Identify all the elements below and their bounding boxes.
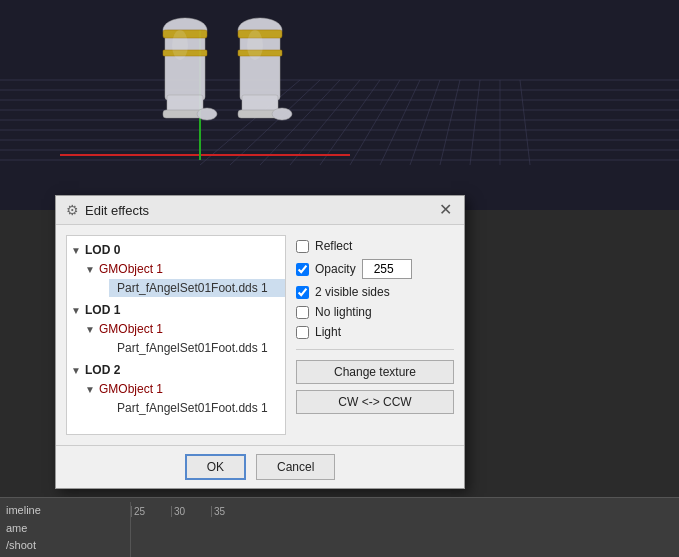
dds1-row[interactable]: Part_fAngelSet01Foot.dds 1 (109, 339, 285, 357)
svg-point-30 (197, 108, 217, 120)
expand-arrow: ▼ (71, 365, 81, 376)
dds0-item: Part_fAngelSet01Foot.dds 1 (81, 278, 285, 298)
expand-arrow: ▼ (71, 245, 81, 256)
dialog-titlebar: ⚙ Edit effects ✕ (56, 196, 464, 225)
ok-button[interactable]: OK (185, 454, 246, 480)
bottom-bar: imeline ame /shoot und 25 30 35 (0, 497, 679, 557)
shoot-label: /shoot (6, 537, 130, 555)
tree-panel[interactable]: ▼ LOD 0 ▼ GMObject 1 Part_fAngelSet01Foo… (66, 235, 286, 435)
svg-point-38 (272, 108, 292, 120)
lod0-label: LOD 0 (85, 243, 120, 257)
lod0-row[interactable]: ▼ LOD 0 (67, 241, 285, 259)
gm1-label: GMObject 1 (99, 322, 163, 336)
opacity-label: Opacity (315, 262, 356, 276)
gear-icon: ⚙ (66, 202, 79, 218)
reflect-checkbox[interactable] (296, 240, 309, 253)
cancel-button[interactable]: Cancel (256, 454, 335, 480)
lod1-gmobject: ▼ GMObject 1 Part_fAngelSet01Foot.dds 1 (67, 319, 285, 359)
expand-arrow: ▼ (85, 324, 95, 335)
ruler-numbers: 25 30 35 (131, 506, 251, 517)
edit-effects-dialog: ⚙ Edit effects ✕ ▼ LOD 0 ▼ GMObject 1 (55, 195, 465, 489)
change-texture-button[interactable]: Change texture (296, 360, 454, 384)
two-sides-checkbox[interactable] (296, 286, 309, 299)
cw-ccw-button[interactable]: CW <-> CCW (296, 390, 454, 414)
opacity-checkbox[interactable] (296, 263, 309, 276)
divider (296, 349, 454, 350)
list-item: ▼ LOD 0 ▼ GMObject 1 Part_fAngelSet01Foo… (67, 240, 285, 300)
viewport-3d (0, 0, 679, 210)
gm0-label: GMObject 1 (99, 262, 163, 276)
expand-arrow: ▼ (85, 264, 95, 275)
dds1-item: Part_fAngelSet01Foot.dds 1 (81, 338, 285, 358)
svg-point-31 (172, 30, 188, 60)
dds1-label: Part_fAngelSet01Foot.dds 1 (117, 341, 268, 355)
two-sides-row: 2 visible sides (296, 285, 454, 299)
light-checkbox[interactable] (296, 326, 309, 339)
no-lighting-label: No lighting (315, 305, 372, 319)
reflect-row: Reflect (296, 239, 454, 253)
ruler-tick-35: 35 (211, 506, 251, 517)
name-label: ame (6, 520, 130, 538)
expand-arrow: ▼ (85, 384, 95, 395)
list-item: ▼ LOD 2 ▼ GMObject 1 Part_fAngelSet01Foo… (67, 360, 285, 420)
lod1-row[interactable]: ▼ LOD 1 (67, 301, 285, 319)
lod0-gmobject: ▼ GMObject 1 Part_fAngelSet01Foot.dds 1 (67, 259, 285, 299)
close-button[interactable]: ✕ (437, 202, 454, 218)
timeline-label: imeline (6, 502, 130, 520)
light-label: Light (315, 325, 341, 339)
list-item: ▼ LOD 1 ▼ GMObject 1 Part_fAngelSet01Foo… (67, 300, 285, 360)
lod2-gmobject: ▼ GMObject 1 Part_fAngelSet01Foot.dds 1 (67, 379, 285, 419)
dialog-title: Edit effects (85, 203, 149, 218)
reflect-label: Reflect (315, 239, 352, 253)
dds2-row[interactable]: Part_fAngelSet01Foot.dds 1 (109, 399, 285, 417)
dds2-item: Part_fAngelSet01Foot.dds 1 (81, 398, 285, 418)
dialog-footer: OK Cancel (56, 445, 464, 488)
two-sides-label: 2 visible sides (315, 285, 390, 299)
gm2-row[interactable]: ▼ GMObject 1 (81, 380, 285, 398)
no-lighting-row: No lighting (296, 305, 454, 319)
opacity-spinbox[interactable] (362, 259, 412, 279)
dialog-title-left: ⚙ Edit effects (66, 202, 149, 218)
gm2-label: GMObject 1 (99, 382, 163, 396)
dialog-body: ▼ LOD 0 ▼ GMObject 1 Part_fAngelSet01Foo… (56, 225, 464, 445)
gm0-row[interactable]: ▼ GMObject 1 (81, 260, 285, 278)
timeline-labels: imeline ame /shoot und (0, 502, 130, 557)
dds0-row[interactable]: Part_fAngelSet01Foot.dds 1 (109, 279, 285, 297)
no-lighting-checkbox[interactable] (296, 306, 309, 319)
gm1-row[interactable]: ▼ GMObject 1 (81, 320, 285, 338)
ruler-tick-25: 25 (131, 506, 171, 517)
opacity-row: Opacity (296, 259, 454, 279)
lod2-row[interactable]: ▼ LOD 2 (67, 361, 285, 379)
lod2-label: LOD 2 (85, 363, 120, 377)
dds0-label: Part_fAngelSet01Foot.dds 1 (117, 281, 268, 295)
options-panel: Reflect Opacity 2 visible sides No light… (296, 235, 454, 435)
svg-point-39 (247, 30, 263, 60)
ruler-tick-30: 30 (171, 506, 211, 517)
lod1-label: LOD 1 (85, 303, 120, 317)
dds2-label: Part_fAngelSet01Foot.dds 1 (117, 401, 268, 415)
light-row: Light (296, 325, 454, 339)
ruler: 25 30 35 (130, 502, 679, 557)
expand-arrow: ▼ (71, 305, 81, 316)
